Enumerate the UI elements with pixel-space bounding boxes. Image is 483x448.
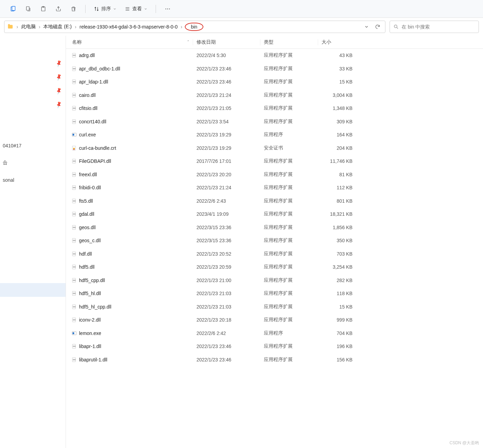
new-tab-icon[interactable] xyxy=(7,3,19,15)
column-header-date[interactable]: 修改日期 xyxy=(193,39,260,45)
file-row[interactable]: hdf.dll2022/1/23 20:52应用程序扩展703 KB xyxy=(66,247,483,261)
file-type: 应用程序扩展 xyxy=(260,304,318,310)
file-row[interactable]: hdf5_hl.dll2022/1/23 21:03应用程序扩展118 KB xyxy=(66,287,483,300)
file-name: FileGDBAPI.dll xyxy=(79,158,193,164)
file-name: curl.exe xyxy=(79,132,193,137)
file-date: 2022/3/15 23:36 xyxy=(193,238,260,243)
file-row[interactable]: adrg.dll2022/2/4 5:30应用程序扩展43 KB xyxy=(66,49,483,62)
sort-button[interactable]: 排序 xyxy=(91,3,119,15)
file-row[interactable]: concrt140.dll2022/1/23 3:54应用程序扩展309 KB xyxy=(66,115,483,128)
file-type: 应用程序扩展 xyxy=(260,198,318,204)
pin-icon: 📌 xyxy=(55,59,63,67)
toolbar: 排序 查看 xyxy=(0,0,483,18)
file-icon xyxy=(71,158,78,164)
share-icon[interactable] xyxy=(52,3,65,15)
sidebar-item[interactable]: 0410#17 xyxy=(0,139,66,153)
file-type: 应用程序扩展 xyxy=(260,357,318,363)
file-type: 应用程序 xyxy=(260,132,318,138)
file-row[interactable]: libaprutil-1.dll2022/1/23 23:46应用程序扩展156… xyxy=(66,353,483,367)
file-size: 999 KB xyxy=(318,317,356,323)
file-icon xyxy=(71,105,78,111)
file-row[interactable]: freexl.dll2022/1/23 20:20应用程序扩展81 KB xyxy=(66,168,483,181)
file-row[interactable]: cairo.dll2022/1/23 21:24应用程序扩展3,004 KB xyxy=(66,89,483,102)
search-input[interactable] xyxy=(402,24,475,30)
file-size: 156 KB xyxy=(318,357,356,362)
file-date: 2023/4/1 19:09 xyxy=(193,211,260,217)
chevron-right-icon: › xyxy=(38,24,42,30)
file-size: 350 KB xyxy=(318,238,356,243)
sidebar-item[interactable]: sonal xyxy=(0,173,66,187)
column-header-size[interactable]: 大小 xyxy=(318,39,359,45)
file-row[interactable]: geos.dll2022/3/15 23:36应用程序扩展1,856 KB xyxy=(66,221,483,234)
file-row[interactable]: libapr-1.dll2022/1/23 23:46应用程序扩展196 KB xyxy=(66,340,483,353)
breadcrumb-seg[interactable]: release-1930-x64-gdal-3-6-3-mapserver-8-… xyxy=(79,24,178,30)
file-type: 应用程序扩展 xyxy=(260,224,318,231)
file-date: 2022/1/23 21:03 xyxy=(193,304,260,310)
sidebar-item[interactable]: 合 xyxy=(0,156,66,170)
file-row[interactable]: fts5.dll2022/2/6 2:43应用程序扩展801 KB xyxy=(66,194,483,208)
chevron-right-icon: › xyxy=(15,24,19,30)
file-row[interactable]: curl-ca-bundle.crt2022/1/23 19:29安全证书204… xyxy=(66,142,483,155)
file-icon xyxy=(71,225,78,230)
breadcrumb[interactable]: › 此电脑 › 本地磁盘 (E:) › release-1930-x64-gda… xyxy=(4,21,385,33)
file-row[interactable]: hdf5_cpp.dll2022/1/23 21:00应用程序扩展282 KB xyxy=(66,274,483,287)
refresh-icon[interactable] xyxy=(373,24,382,30)
file-size: 112 KB xyxy=(318,185,356,190)
breadcrumb-seg-current[interactable]: bin xyxy=(190,24,198,30)
file-row[interactable]: apr_ldap-1.dll2022/1/23 23:46应用程序扩展15 KB xyxy=(66,75,483,89)
file-icon xyxy=(71,53,78,58)
more-icon[interactable] xyxy=(161,3,174,15)
svg-point-7 xyxy=(169,8,170,9)
file-row[interactable]: cfitsio.dll2022/1/23 21:05应用程序扩展1,348 KB xyxy=(66,102,483,115)
column-header-name[interactable]: 名称 ˄ xyxy=(71,39,193,45)
file-list[interactable]: adrg.dll2022/2/4 5:30应用程序扩展43 KBapr_dbd_… xyxy=(66,49,483,448)
file-row[interactable]: curl.exe2022/1/23 19:29应用程序164 KB xyxy=(66,128,483,142)
file-name: geos.dll xyxy=(79,225,193,230)
sidebar-item[interactable]: 📌 xyxy=(0,56,66,70)
breadcrumb-seg[interactable]: 本地磁盘 (E:) xyxy=(43,24,72,30)
search-bar[interactable] xyxy=(390,21,479,33)
file-name: hdf5.dll xyxy=(79,264,193,270)
view-button[interactable]: 查看 xyxy=(122,3,150,15)
file-row[interactable]: fribidi-0.dll2022/1/23 21:24应用程序扩展112 KB xyxy=(66,181,483,194)
chevron-right-icon: › xyxy=(74,24,78,30)
delete-icon[interactable] xyxy=(67,3,80,15)
file-icon xyxy=(71,357,78,362)
file-icon xyxy=(71,238,78,243)
sidebar-item-selected[interactable] xyxy=(0,283,66,297)
file-row[interactable]: lemon.exe2022/2/6 2:42应用程序704 KB xyxy=(66,327,483,340)
file-size: 43 KB xyxy=(318,53,356,58)
file-size: 18,321 KB xyxy=(318,211,356,217)
file-row[interactable]: geos_c.dll2022/3/15 23:36应用程序扩展350 KB xyxy=(66,234,483,247)
sidebar-item[interactable]: 📌 xyxy=(0,98,66,111)
column-headers: 名称 ˄ 修改日期 类型 大小 xyxy=(66,36,483,49)
file-size: 1,856 KB xyxy=(318,225,356,230)
svg-rect-2 xyxy=(26,7,29,10)
file-size: 11,746 KB xyxy=(318,158,356,164)
column-header-type[interactable]: 类型 xyxy=(260,39,318,45)
file-type: 应用程序扩展 xyxy=(260,264,318,270)
breadcrumb-seg[interactable]: 此电脑 xyxy=(21,24,36,30)
separator xyxy=(156,5,156,13)
copy-icon[interactable] xyxy=(22,3,34,15)
pin-icon: 📌 xyxy=(55,101,63,108)
file-icon xyxy=(71,331,78,336)
file-row[interactable]: hdf5_hl_cpp.dll2022/1/23 21:03应用程序扩展15 K… xyxy=(66,300,483,314)
file-icon xyxy=(71,132,78,137)
file-row[interactable]: iconv-2.dll2022/1/23 20:18应用程序扩展999 KB xyxy=(66,313,483,327)
file-row[interactable]: gdal.dll2023/4/1 19:09应用程序扩展18,321 KB xyxy=(66,208,483,221)
file-type: 应用程序扩展 xyxy=(260,66,318,72)
sidebar-item[interactable]: 📌 xyxy=(0,70,66,84)
file-row[interactable]: apr_dbd_odbc-1.dll2022/1/23 23:46应用程序扩展3… xyxy=(66,62,483,76)
file-icon xyxy=(71,211,78,217)
file-date: 2022/2/6 2:43 xyxy=(193,198,260,204)
file-row[interactable]: hdf5.dll2022/1/23 20:59应用程序扩展3,254 KB xyxy=(66,260,483,274)
file-size: 15 KB xyxy=(318,304,356,310)
paste-icon[interactable] xyxy=(37,3,49,15)
history-dropdown-icon[interactable] xyxy=(362,24,371,29)
file-name: fribidi-0.dll xyxy=(79,185,193,190)
file-type: 应用程序 xyxy=(260,330,318,336)
file-type: 应用程序扩展 xyxy=(260,211,318,217)
sidebar-item[interactable]: 📌 xyxy=(0,84,66,98)
file-row[interactable]: FileGDBAPI.dll2017/7/26 17:01应用程序扩展11,74… xyxy=(66,155,483,168)
